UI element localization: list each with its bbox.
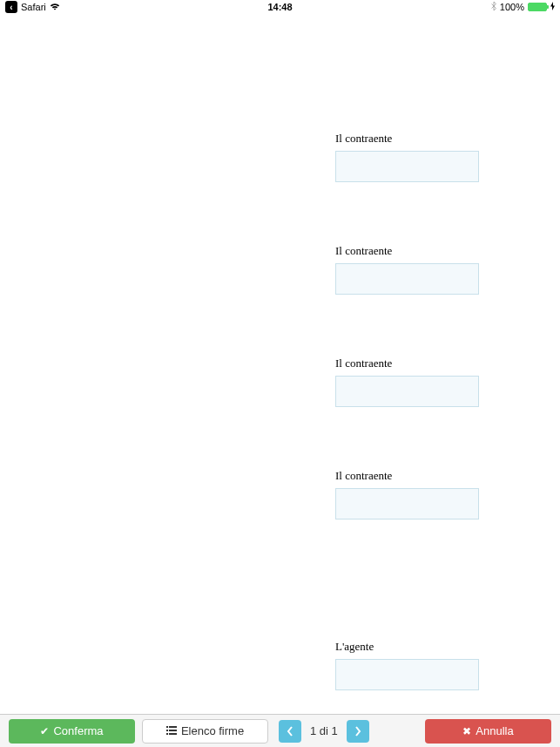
svg-rect-4 bbox=[166, 733, 168, 735]
svg-rect-5 bbox=[169, 733, 177, 735]
svg-rect-3 bbox=[169, 730, 177, 731]
status-right: 100% bbox=[491, 2, 555, 12]
list-icon bbox=[166, 725, 177, 737]
confirm-label: Conferma bbox=[53, 724, 103, 737]
charging-icon bbox=[550, 2, 555, 12]
signature-label: L'agente bbox=[335, 640, 479, 654]
status-left: ‹ Safari bbox=[5, 1, 60, 13]
close-icon: ✖ bbox=[462, 725, 471, 737]
signature-box[interactable] bbox=[335, 376, 479, 407]
svg-rect-0 bbox=[166, 726, 168, 728]
svg-rect-2 bbox=[166, 730, 168, 731]
bluetooth-icon bbox=[491, 2, 496, 12]
prev-page-button[interactable] bbox=[279, 720, 301, 743]
cancel-label: Annulla bbox=[476, 724, 513, 737]
back-app-icon[interactable]: ‹ bbox=[5, 1, 17, 13]
check-icon: ✔ bbox=[40, 725, 49, 737]
battery-icon bbox=[528, 3, 547, 11]
cancel-button[interactable]: ✖ Annulla bbox=[425, 719, 551, 744]
signature-block: Il contraente bbox=[335, 244, 479, 295]
status-time: 14:48 bbox=[267, 2, 292, 12]
signature-block: L'agente bbox=[335, 640, 479, 690]
wifi-icon bbox=[50, 3, 60, 12]
signature-block: Il contraente bbox=[335, 132, 479, 182]
list-label: Elenco firme bbox=[181, 724, 244, 737]
back-app-label[interactable]: Safari bbox=[21, 2, 46, 12]
page-info: 1 di 1 bbox=[307, 724, 341, 737]
signature-block: Il contraente bbox=[335, 469, 479, 520]
signature-label: Il contraente bbox=[335, 244, 479, 258]
signature-label: Il contraente bbox=[335, 132, 479, 146]
signature-box[interactable] bbox=[335, 488, 479, 520]
signature-box[interactable] bbox=[335, 263, 479, 295]
document-content: Il contraenteIl contraenteIl contraenteI… bbox=[0, 14, 560, 712]
list-button[interactable]: Elenco firme bbox=[142, 719, 268, 744]
svg-rect-1 bbox=[169, 726, 177, 728]
confirm-button[interactable]: ✔ Conferma bbox=[9, 719, 135, 744]
signature-box[interactable] bbox=[335, 151, 479, 182]
status-bar: ‹ Safari 14:48 100% bbox=[0, 0, 560, 14]
signature-label: Il contraente bbox=[335, 469, 479, 483]
toolbar: ✔ Conferma Elenco firme 1 di 1 ✖ Annulla bbox=[0, 714, 560, 747]
signature-box[interactable] bbox=[335, 659, 479, 690]
next-page-button[interactable] bbox=[347, 720, 369, 743]
signature-label: Il contraente bbox=[335, 357, 479, 370]
page-nav: 1 di 1 bbox=[279, 720, 369, 743]
signature-block: Il contraente bbox=[335, 357, 479, 407]
battery-pct: 100% bbox=[500, 2, 524, 12]
